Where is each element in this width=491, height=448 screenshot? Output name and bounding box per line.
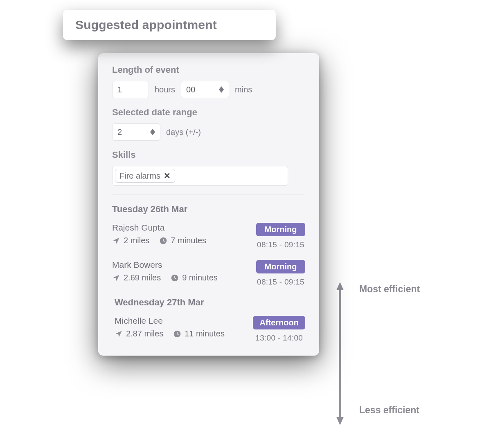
hours-value: 1 <box>117 85 122 94</box>
day-heading: Tuesday 26th Mar <box>112 204 305 215</box>
person-name: Rajesh Gupta <box>112 223 256 233</box>
svg-marker-3 <box>150 132 155 135</box>
hours-input[interactable]: 1 <box>112 81 149 98</box>
location-arrow-icon <box>115 330 123 338</box>
svg-marker-7 <box>336 282 344 425</box>
person-name: Michelle Lee <box>115 316 253 326</box>
location-arrow-icon <box>112 237 120 245</box>
appointment-slot[interactable]: Mark Bowers 2.69 miles 9 minutes Morning… <box>112 260 305 287</box>
hours-unit: hours <box>155 85 175 94</box>
skill-tag: Fire alarms ✕ <box>115 169 175 183</box>
mins-unit: mins <box>235 85 252 94</box>
skills-input[interactable]: Fire alarms ✕ <box>112 166 288 186</box>
skills-label: Skills <box>112 150 305 160</box>
mins-select[interactable]: 00 <box>181 81 229 98</box>
clock-icon <box>171 274 179 282</box>
clock-icon <box>159 237 167 245</box>
duration: 9 minutes <box>171 273 218 282</box>
time-range: 08:15 - 09:15 <box>256 240 305 249</box>
days-value: 2 <box>117 128 122 137</box>
location-arrow-icon <box>112 274 120 282</box>
days-select[interactable]: 2 <box>112 123 160 141</box>
day-group: Wednesday 27th Mar Michelle Lee 2.87 mil… <box>112 297 305 343</box>
duration: 11 minutes <box>173 329 225 338</box>
remove-skill-icon[interactable]: ✕ <box>164 171 171 181</box>
stepper-icon <box>150 129 155 135</box>
time-of-day-badge: Morning <box>256 260 305 273</box>
page-title: Suggested appointment <box>75 18 264 32</box>
title-card: Suggested appointment <box>63 10 276 40</box>
suggested-appointment-panel: Length of event 1 hours 00 mins Selected… <box>98 53 319 356</box>
time-range: 08:15 - 09:15 <box>256 278 305 287</box>
length-of-event-section: Length of event 1 hours 00 mins <box>112 65 305 98</box>
days-unit: days (+/-) <box>166 128 201 137</box>
most-efficient-label: Most efficient <box>359 284 420 295</box>
skill-tag-label: Fire alarms <box>119 171 160 181</box>
svg-marker-2 <box>150 129 155 132</box>
less-efficient-label: Less efficient <box>359 405 419 416</box>
distance: 2 miles <box>112 236 149 245</box>
stepper-icon <box>219 86 224 93</box>
day-heading: Wednesday 27th Mar <box>112 297 305 308</box>
skills-section: Skills Fire alarms ✕ <box>112 150 305 186</box>
date-range-label: Selected date range <box>112 107 305 118</box>
svg-marker-0 <box>219 86 224 90</box>
time-range: 13:00 - 14:00 <box>253 334 305 343</box>
date-range-section: Selected date range 2 days (+/-) <box>112 107 305 141</box>
length-of-event-label: Length of event <box>112 65 305 75</box>
day-group: Tuesday 26th Mar Rajesh Gupta 2 miles 7 … <box>112 204 305 287</box>
distance: 2.69 miles <box>112 273 161 282</box>
divider <box>112 195 305 195</box>
person-name: Mark Bowers <box>112 260 256 270</box>
appointment-slot[interactable]: Michelle Lee 2.87 miles 11 minutes After… <box>112 316 305 343</box>
distance: 2.87 miles <box>115 329 163 338</box>
mins-value: 00 <box>186 85 195 94</box>
time-of-day-badge: Afternoon <box>253 316 305 329</box>
appointment-slot[interactable]: Rajesh Gupta 2 miles 7 minutes Morning 0… <box>112 223 305 249</box>
efficiency-arrow <box>336 282 344 425</box>
svg-marker-1 <box>219 90 224 93</box>
time-of-day-badge: Morning <box>256 223 305 236</box>
clock-icon <box>173 330 181 338</box>
duration: 7 minutes <box>159 236 206 245</box>
